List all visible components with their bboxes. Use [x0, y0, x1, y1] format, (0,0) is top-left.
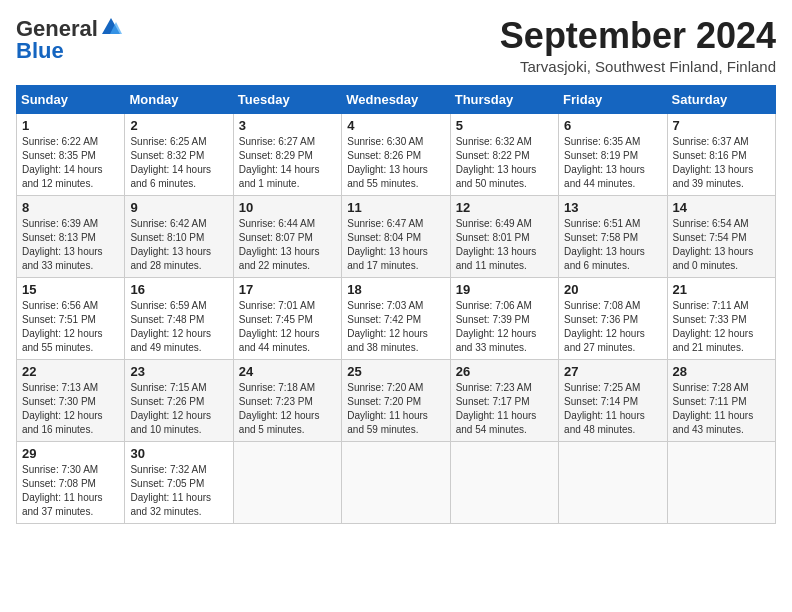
- location-title: Tarvasjoki, Southwest Finland, Finland: [500, 58, 776, 75]
- day-number: 11: [347, 200, 444, 215]
- calendar-cell: 7Sunrise: 6:37 AMSunset: 8:16 PMDaylight…: [667, 113, 775, 195]
- day-number: 13: [564, 200, 661, 215]
- day-number: 9: [130, 200, 227, 215]
- day-number: 25: [347, 364, 444, 379]
- day-info: Sunrise: 6:35 AMSunset: 8:19 PMDaylight:…: [564, 135, 661, 191]
- calendar-week-4: 22Sunrise: 7:13 AMSunset: 7:30 PMDayligh…: [17, 359, 776, 441]
- calendar-header-row: SundayMondayTuesdayWednesdayThursdayFrid…: [17, 85, 776, 113]
- day-info: Sunrise: 6:56 AMSunset: 7:51 PMDaylight:…: [22, 299, 119, 355]
- day-info: Sunrise: 7:08 AMSunset: 7:36 PMDaylight:…: [564, 299, 661, 355]
- day-number: 26: [456, 364, 553, 379]
- calendar-cell: 24Sunrise: 7:18 AMSunset: 7:23 PMDayligh…: [233, 359, 341, 441]
- day-info: Sunrise: 6:42 AMSunset: 8:10 PMDaylight:…: [130, 217, 227, 273]
- day-number: 2: [130, 118, 227, 133]
- calendar-cell: 6Sunrise: 6:35 AMSunset: 8:19 PMDaylight…: [559, 113, 667, 195]
- day-info: Sunrise: 7:03 AMSunset: 7:42 PMDaylight:…: [347, 299, 444, 355]
- title-block: September 2024 Tarvasjoki, Southwest Fin…: [500, 16, 776, 75]
- calendar-cell: 29Sunrise: 7:30 AMSunset: 7:08 PMDayligh…: [17, 441, 125, 523]
- logo: General Blue: [16, 16, 122, 64]
- day-info: Sunrise: 7:13 AMSunset: 7:30 PMDaylight:…: [22, 381, 119, 437]
- calendar-cell: 22Sunrise: 7:13 AMSunset: 7:30 PMDayligh…: [17, 359, 125, 441]
- logo-icon: [100, 16, 122, 38]
- day-number: 10: [239, 200, 336, 215]
- day-number: 3: [239, 118, 336, 133]
- header-monday: Monday: [125, 85, 233, 113]
- day-number: 15: [22, 282, 119, 297]
- day-info: Sunrise: 6:39 AMSunset: 8:13 PMDaylight:…: [22, 217, 119, 273]
- day-info: Sunrise: 6:30 AMSunset: 8:26 PMDaylight:…: [347, 135, 444, 191]
- calendar-cell: 23Sunrise: 7:15 AMSunset: 7:26 PMDayligh…: [125, 359, 233, 441]
- day-number: 20: [564, 282, 661, 297]
- day-info: Sunrise: 7:06 AMSunset: 7:39 PMDaylight:…: [456, 299, 553, 355]
- calendar-cell: 27Sunrise: 7:25 AMSunset: 7:14 PMDayligh…: [559, 359, 667, 441]
- calendar-cell: 30Sunrise: 7:32 AMSunset: 7:05 PMDayligh…: [125, 441, 233, 523]
- day-number: 24: [239, 364, 336, 379]
- header-wednesday: Wednesday: [342, 85, 450, 113]
- day-number: 27: [564, 364, 661, 379]
- page-header: General Blue September 2024 Tarvasjoki, …: [16, 16, 776, 75]
- day-info: Sunrise: 7:30 AMSunset: 7:08 PMDaylight:…: [22, 463, 119, 519]
- calendar-cell: [450, 441, 558, 523]
- header-friday: Friday: [559, 85, 667, 113]
- day-number: 18: [347, 282, 444, 297]
- day-info: Sunrise: 7:15 AMSunset: 7:26 PMDaylight:…: [130, 381, 227, 437]
- day-number: 12: [456, 200, 553, 215]
- day-number: 16: [130, 282, 227, 297]
- calendar-cell: 26Sunrise: 7:23 AMSunset: 7:17 PMDayligh…: [450, 359, 558, 441]
- calendar-cell: 20Sunrise: 7:08 AMSunset: 7:36 PMDayligh…: [559, 277, 667, 359]
- day-number: 5: [456, 118, 553, 133]
- day-info: Sunrise: 6:27 AMSunset: 8:29 PMDaylight:…: [239, 135, 336, 191]
- calendar-cell: [233, 441, 341, 523]
- calendar-week-5: 29Sunrise: 7:30 AMSunset: 7:08 PMDayligh…: [17, 441, 776, 523]
- calendar-cell: 16Sunrise: 6:59 AMSunset: 7:48 PMDayligh…: [125, 277, 233, 359]
- calendar-cell: 25Sunrise: 7:20 AMSunset: 7:20 PMDayligh…: [342, 359, 450, 441]
- day-info: Sunrise: 7:20 AMSunset: 7:20 PMDaylight:…: [347, 381, 444, 437]
- calendar-cell: 21Sunrise: 7:11 AMSunset: 7:33 PMDayligh…: [667, 277, 775, 359]
- day-number: 1: [22, 118, 119, 133]
- day-number: 22: [22, 364, 119, 379]
- day-info: Sunrise: 7:01 AMSunset: 7:45 PMDaylight:…: [239, 299, 336, 355]
- month-title: September 2024: [500, 16, 776, 56]
- calendar-cell: 5Sunrise: 6:32 AMSunset: 8:22 PMDaylight…: [450, 113, 558, 195]
- day-info: Sunrise: 6:32 AMSunset: 8:22 PMDaylight:…: [456, 135, 553, 191]
- day-info: Sunrise: 7:25 AMSunset: 7:14 PMDaylight:…: [564, 381, 661, 437]
- calendar-cell: 11Sunrise: 6:47 AMSunset: 8:04 PMDayligh…: [342, 195, 450, 277]
- day-number: 8: [22, 200, 119, 215]
- calendar-cell: 9Sunrise: 6:42 AMSunset: 8:10 PMDaylight…: [125, 195, 233, 277]
- calendar-cell: [667, 441, 775, 523]
- header-thursday: Thursday: [450, 85, 558, 113]
- calendar-cell: 28Sunrise: 7:28 AMSunset: 7:11 PMDayligh…: [667, 359, 775, 441]
- day-info: Sunrise: 6:47 AMSunset: 8:04 PMDaylight:…: [347, 217, 444, 273]
- day-info: Sunrise: 6:37 AMSunset: 8:16 PMDaylight:…: [673, 135, 770, 191]
- calendar-week-1: 1Sunrise: 6:22 AMSunset: 8:35 PMDaylight…: [17, 113, 776, 195]
- day-info: Sunrise: 6:22 AMSunset: 8:35 PMDaylight:…: [22, 135, 119, 191]
- day-info: Sunrise: 6:44 AMSunset: 8:07 PMDaylight:…: [239, 217, 336, 273]
- day-number: 29: [22, 446, 119, 461]
- header-saturday: Saturday: [667, 85, 775, 113]
- day-info: Sunrise: 7:18 AMSunset: 7:23 PMDaylight:…: [239, 381, 336, 437]
- day-number: 19: [456, 282, 553, 297]
- calendar-cell: 4Sunrise: 6:30 AMSunset: 8:26 PMDaylight…: [342, 113, 450, 195]
- calendar-cell: 3Sunrise: 6:27 AMSunset: 8:29 PMDaylight…: [233, 113, 341, 195]
- calendar-cell: 8Sunrise: 6:39 AMSunset: 8:13 PMDaylight…: [17, 195, 125, 277]
- calendar-cell: 1Sunrise: 6:22 AMSunset: 8:35 PMDaylight…: [17, 113, 125, 195]
- calendar-cell: 15Sunrise: 6:56 AMSunset: 7:51 PMDayligh…: [17, 277, 125, 359]
- calendar-table: SundayMondayTuesdayWednesdayThursdayFrid…: [16, 85, 776, 524]
- calendar-cell: 19Sunrise: 7:06 AMSunset: 7:39 PMDayligh…: [450, 277, 558, 359]
- day-number: 23: [130, 364, 227, 379]
- day-number: 6: [564, 118, 661, 133]
- calendar-week-3: 15Sunrise: 6:56 AMSunset: 7:51 PMDayligh…: [17, 277, 776, 359]
- day-number: 4: [347, 118, 444, 133]
- logo-blue-text: Blue: [16, 38, 64, 64]
- calendar-cell: 2Sunrise: 6:25 AMSunset: 8:32 PMDaylight…: [125, 113, 233, 195]
- day-number: 7: [673, 118, 770, 133]
- day-info: Sunrise: 6:51 AMSunset: 7:58 PMDaylight:…: [564, 217, 661, 273]
- calendar-cell: 18Sunrise: 7:03 AMSunset: 7:42 PMDayligh…: [342, 277, 450, 359]
- calendar-cell: [342, 441, 450, 523]
- calendar-cell: 10Sunrise: 6:44 AMSunset: 8:07 PMDayligh…: [233, 195, 341, 277]
- day-number: 17: [239, 282, 336, 297]
- day-info: Sunrise: 7:23 AMSunset: 7:17 PMDaylight:…: [456, 381, 553, 437]
- calendar-cell: [559, 441, 667, 523]
- header-sunday: Sunday: [17, 85, 125, 113]
- day-info: Sunrise: 7:28 AMSunset: 7:11 PMDaylight:…: [673, 381, 770, 437]
